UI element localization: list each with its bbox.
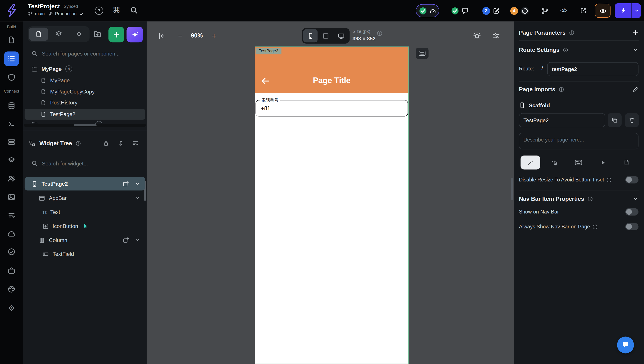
chevron-down-icon[interactable] [633, 196, 638, 202]
device-tablet-button[interactable] [318, 29, 333, 42]
tab-pages[interactable] [29, 28, 48, 41]
page-name-input[interactable] [519, 113, 605, 127]
expand-tree-icon[interactable] [118, 140, 124, 146]
canvas-settings-icon[interactable] [490, 30, 502, 42]
zoom-out-button[interactable]: − [176, 31, 186, 41]
add-folder-button[interactable] [92, 29, 103, 40]
canvas-vertical-scrollbar-thumb[interactable] [511, 178, 513, 200]
flutterflow-logo-icon[interactable] [3, 3, 20, 19]
widget-row-column[interactable]: Column [25, 233, 145, 247]
command-menu-button[interactable]: ⌘ [113, 5, 120, 15]
widget-row-iconbutton[interactable]: IconButton [25, 219, 145, 233]
firestore-icon[interactable] [7, 101, 16, 110]
page-row[interactable]: PostHistory [25, 97, 145, 108]
keyboard-toggle-chip[interactable] [416, 48, 428, 59]
add-widget-icon[interactable] [122, 180, 130, 187]
widget-row-text[interactable]: Tt Text [25, 205, 145, 219]
view-code-button[interactable]: </> [556, 3, 571, 18]
theme-mode-toggle[interactable] [471, 30, 483, 42]
scrollbar-thumb[interactable] [74, 124, 97, 126]
always-show-navbar-toggle[interactable] [625, 223, 638, 230]
edit-pencil-icon[interactable] [632, 86, 638, 92]
zoom-level[interactable]: 90% [186, 32, 208, 39]
issues-status-chip[interactable]: 4 [507, 4, 532, 17]
widget-row-textfield[interactable]: TextField [25, 247, 145, 261]
add-page-button[interactable] [108, 27, 124, 42]
chevron-down-icon[interactable] [633, 47, 638, 53]
show-on-navbar-toggle[interactable] [625, 208, 638, 216]
wand-icon [527, 159, 534, 166]
route-settings-header[interactable]: Route Settings [519, 45, 638, 55]
interactions-tab[interactable] [545, 155, 564, 169]
action-trigger-icon [82, 223, 89, 229]
page-row-selected[interactable]: TestPage2 [25, 109, 145, 120]
widget-search-input[interactable] [42, 160, 132, 166]
app-state-icon[interactable] [7, 137, 16, 146]
code-file-tab[interactable] [616, 155, 636, 169]
chevron-down-icon[interactable] [135, 181, 140, 186]
comments-status-chip[interactable] [446, 4, 473, 17]
folder-row[interactable]: MyPage 4 [25, 63, 145, 75]
widget-palette-icon[interactable] [7, 73, 16, 82]
zoom-in-button[interactable]: + [209, 31, 219, 41]
widget-row-root[interactable]: TestPage2 [25, 177, 145, 191]
info-icon [563, 47, 568, 52]
page-description-input[interactable] [519, 133, 638, 149]
edits-status-chip[interactable]: 2 [478, 4, 505, 17]
device-desktop-button[interactable] [334, 29, 348, 42]
chevron-down-icon[interactable] [135, 237, 140, 243]
copy-page-button[interactable] [608, 113, 622, 127]
lock-canvas-icon[interactable] [103, 140, 109, 146]
add-widget-icon[interactable] [122, 237, 130, 244]
tests-gauge-icon [429, 7, 436, 14]
add-parameter-icon[interactable] [632, 29, 638, 36]
phone-preview[interactable]: TestPage2 Page Title 電話番号 +81 [255, 47, 409, 364]
disable-resize-toggle[interactable] [625, 176, 638, 184]
help-button[interactable]: ? [95, 7, 103, 15]
cloud-functions-icon[interactable] [7, 229, 16, 238]
app-values-icon[interactable] [7, 211, 16, 220]
run-button[interactable] [615, 3, 632, 18]
page-selector-nav[interactable] [4, 51, 19, 66]
tests-status-chip[interactable] [416, 4, 439, 17]
route-input[interactable] [547, 62, 638, 76]
ai-wand-tab[interactable] [521, 155, 540, 169]
theme-palette-icon[interactable] [7, 285, 16, 294]
chevron-down-icon[interactable] [135, 196, 140, 201]
preview-textfield[interactable]: 電話番号 +81 [256, 100, 408, 116]
device-phone-button[interactable] [303, 29, 318, 42]
page-row[interactable]: MyPage [25, 75, 145, 86]
design-canvas[interactable]: − 90% + Size (px) 393 × 852 [146, 22, 514, 364]
branch-name[interactable]: main [35, 11, 45, 16]
widget-row-appbar[interactable]: AppBar [25, 191, 145, 205]
page-parameters-header[interactable]: Page Parameters [519, 27, 638, 38]
run-options-button[interactable] [632, 3, 641, 18]
media-assets-icon[interactable] [7, 193, 16, 202]
global-search-button[interactable] [130, 6, 138, 15]
page-row[interactable]: MyPageCopyCopy [25, 86, 145, 97]
delete-page-button[interactable] [625, 113, 639, 127]
environment-name[interactable]: Production [55, 11, 77, 16]
tree-options-icon[interactable] [132, 140, 139, 146]
open-new-window-button[interactable] [576, 3, 591, 18]
ai-generate-button[interactable] [127, 27, 143, 42]
support-chat-button[interactable] [617, 336, 634, 353]
navbar-properties-header[interactable]: Nav Bar Item Properties [519, 193, 638, 204]
preview-tab[interactable] [593, 155, 613, 169]
storage-icon[interactable] [7, 156, 16, 165]
tab-design-system[interactable] [70, 28, 88, 41]
dashboard-icon[interactable] [7, 35, 16, 44]
api-calls-icon[interactable] [7, 119, 16, 128]
branch-manager-button[interactable] [538, 3, 552, 18]
tab-components[interactable] [49, 28, 68, 41]
pages-search-input[interactable] [42, 51, 132, 57]
preview-mode-button[interactable] [595, 4, 610, 18]
keyboard-settings-tab[interactable] [568, 155, 588, 169]
users-icon[interactable] [7, 174, 16, 183]
checks-icon[interactable] [7, 247, 16, 256]
tests-icon[interactable] [7, 266, 16, 275]
settings-gear-icon[interactable]: ⚙ [7, 303, 16, 312]
pointer-interaction-icon [551, 159, 558, 166]
collapse-panel-button[interactable] [155, 29, 168, 42]
pages-horizontal-scrollbar[interactable] [24, 124, 146, 127]
